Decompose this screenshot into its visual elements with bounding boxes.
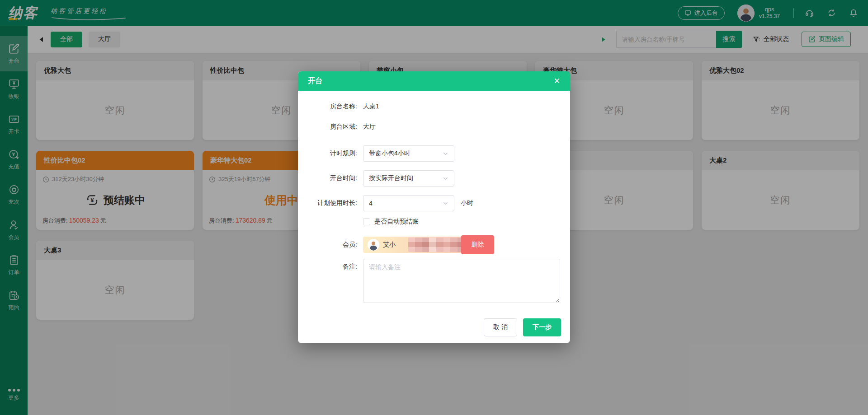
room-area-label: 房台区域: [298,123,357,131]
room-area-value: 大厅 [363,123,376,131]
member-label: 会员: [298,241,357,249]
remark-textarea[interactable] [363,259,560,303]
member-name: 艾小 [383,241,396,249]
modal-title: 开台 [308,76,322,86]
member-row: 会员: 艾小 删除 [298,235,570,254]
person-icon [368,239,379,251]
room-name-value: 大桌1 [363,103,379,111]
room-area-row: 房台区域: 大厅 [298,123,570,131]
modal-header: 开台 ✕ [298,71,570,91]
chevron-down-icon [443,152,448,156]
open-time-select[interactable]: 按实际开台时间 [363,170,454,187]
timing-rule-row: 计时规则: 带窗小包4小时 [298,145,570,162]
remark-label: 备注: [298,259,357,271]
open-time-row: 开台时间: 按实际开台时间 [298,170,570,187]
cancel-button[interactable]: 取 消 [484,318,517,336]
member-avatar [368,239,379,251]
member-phone-redacted [408,238,462,252]
modal-footer: 取 消 下一步 [298,318,570,336]
auto-presettle-option[interactable]: 是否自动预结账 [363,218,570,226]
planned-duration-label: 计划使用时长: [298,199,357,207]
delete-member-button[interactable]: 删除 [461,235,494,254]
member-chip[interactable]: 艾小 [363,237,462,253]
room-name-row: 房台名称: 大桌1 [298,103,570,111]
planned-duration-row: 计划使用时长: 4 小时 [298,195,570,211]
open-table-modal: 开台 ✕ 房台名称: 大桌1 房台区域: 大厅 计时规则: 带窗小包4小时 开台… [298,71,570,343]
close-button[interactable]: ✕ [554,77,560,85]
planned-duration-select[interactable]: 4 [363,195,454,211]
chevron-down-icon [443,201,448,205]
duration-unit-label: 小时 [461,199,473,207]
open-time-label: 开台时间: [298,174,357,182]
timing-rule-label: 计时规则: [298,149,357,158]
next-button[interactable]: 下一步 [523,318,561,336]
auto-presettle-checkbox[interactable] [363,218,370,225]
chevron-down-icon [443,177,448,181]
auto-presettle-label: 是否自动预结账 [374,218,419,226]
timing-rule-select[interactable]: 带窗小包4小时 [363,145,454,162]
remark-row: 备注: [298,259,570,303]
room-name-label: 房台名称: [298,103,357,111]
close-icon: ✕ [554,77,560,85]
